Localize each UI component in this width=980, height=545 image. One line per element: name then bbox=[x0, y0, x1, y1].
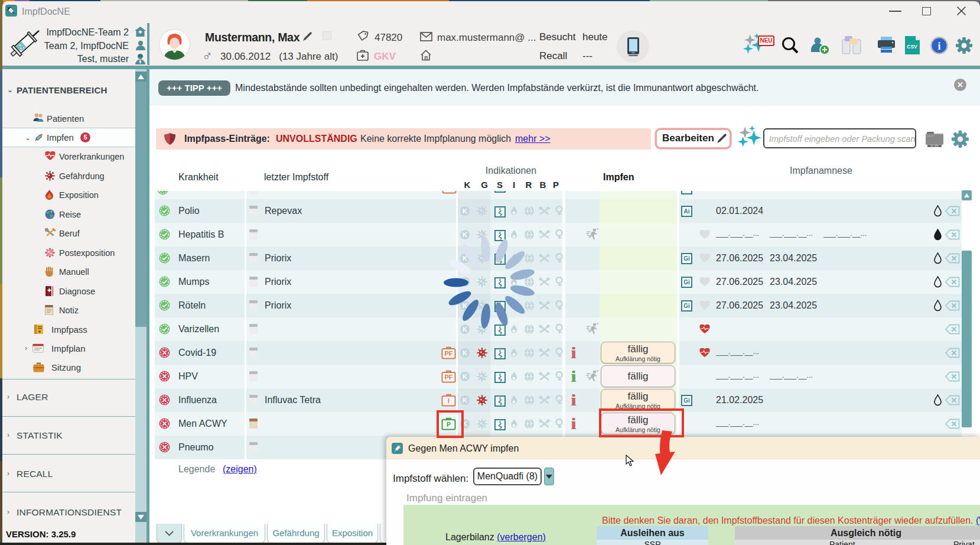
svg-text:K: K bbox=[463, 397, 467, 404]
svg-text:für alle: für alle bbox=[930, 144, 939, 147]
svg-text:PF: PF bbox=[445, 374, 453, 381]
svg-text:i: i bbox=[448, 191, 450, 192]
svg-text:i: i bbox=[937, 40, 940, 52]
svg-text:K: K bbox=[463, 373, 467, 380]
svg-text:K: K bbox=[463, 349, 467, 356]
svg-text:I: I bbox=[448, 397, 450, 404]
svg-text:K: K bbox=[463, 207, 467, 215]
svg-text:CSV: CSV bbox=[907, 44, 917, 50]
svg-text:PF: PF bbox=[445, 350, 453, 357]
